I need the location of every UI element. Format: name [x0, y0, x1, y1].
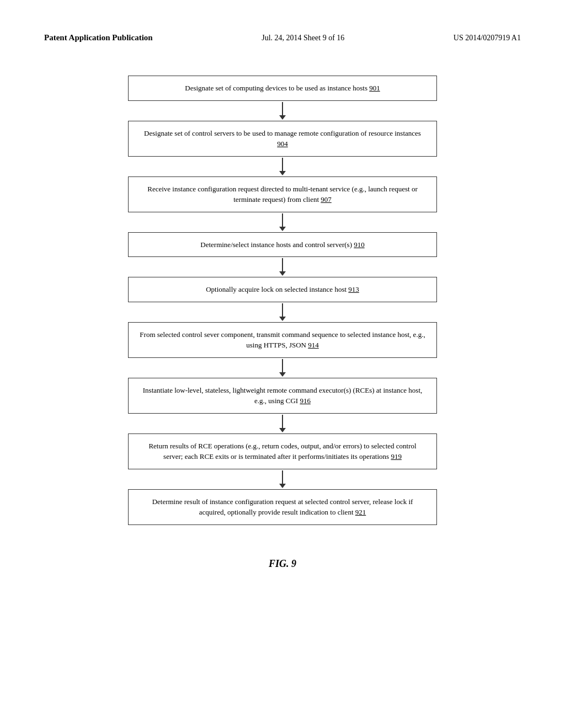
figure-label: FIG. 9	[44, 558, 521, 570]
arrow-904	[279, 157, 286, 176]
flow-box-ref-907: 907	[321, 195, 332, 204]
flow-box-ref-919: 919	[391, 452, 402, 461]
arrow-head	[279, 428, 286, 432]
flow-box-914: From selected control sever component, t…	[128, 322, 437, 358]
arrow-910	[279, 257, 286, 277]
arrow-914	[279, 358, 286, 378]
arrow-907	[279, 212, 286, 232]
flow-box-919: Return results of RCE operations (e.g., …	[128, 433, 437, 469]
flow-box-ref-914: 914	[308, 341, 319, 349]
flow-box-ref-901: 901	[369, 84, 380, 92]
flow-box-901: Designate set of computing devices to be…	[128, 76, 437, 101]
arrow-919	[279, 469, 286, 489]
flow-box-text-921: Determine result of instance configurati…	[152, 497, 413, 517]
flow-box-921: Determine result of instance configurati…	[128, 489, 437, 525]
arrow-head	[279, 115, 286, 120]
flow-box-text-919: Return results of RCE operations (e.g., …	[148, 442, 416, 461]
flow-box-text-913: Optionally acquire lock on selected inst…	[206, 285, 348, 293]
arrow-head	[279, 171, 286, 175]
header-patent-number: US 2014/0207919 A1	[454, 34, 521, 42]
arrow-head	[279, 372, 286, 377]
arrow-916	[279, 414, 286, 433]
flow-box-ref-910: 910	[354, 240, 365, 249]
flow-box-904: Designate set of control servers to be u…	[128, 121, 437, 157]
page: Patent Application Publication Jul. 24, …	[0, 0, 565, 728]
arrow-line	[282, 158, 283, 171]
flow-box-ref-913: 913	[348, 285, 359, 293]
arrow-line	[282, 213, 283, 227]
header-publication-label: Patent Application Publication	[44, 33, 153, 42]
header-date-sheet: Jul. 24, 2014 Sheet 9 of 16	[262, 34, 344, 42]
flow-box-913: Optionally acquire lock on selected inst…	[128, 277, 437, 302]
flow-box-ref-904: 904	[277, 140, 288, 148]
arrow-head	[279, 227, 286, 231]
arrow-913	[279, 302, 286, 322]
flow-box-text-904: Designate set of control servers to be u…	[144, 129, 421, 137]
flow-box-text-907: Receive instance configuration request d…	[147, 185, 417, 204]
page-header: Patent Application Publication Jul. 24, …	[44, 33, 521, 42]
arrow-901	[279, 101, 286, 121]
flow-box-ref-916: 916	[300, 397, 311, 405]
flow-box-text-910: Determine/select instance hosts and cont…	[200, 240, 354, 249]
flow-box-text-916: Instantiate low-level, stateless, lightw…	[143, 386, 423, 405]
arrow-line	[282, 258, 283, 271]
flow-box-text-901: Designate set of computing devices to be…	[185, 84, 369, 92]
arrow-line	[282, 303, 283, 317]
arrow-line	[282, 102, 283, 115]
flow-box-916: Instantiate low-level, stateless, lightw…	[128, 378, 437, 414]
arrow-line	[282, 470, 283, 484]
arrow-head	[279, 484, 286, 488]
flowchart: Designate set of computing devices to be…	[44, 76, 521, 525]
flow-box-907: Receive instance configuration request d…	[128, 176, 437, 212]
arrow-head	[279, 271, 286, 276]
arrow-head	[279, 317, 286, 321]
flow-box-910: Determine/select instance hosts and cont…	[128, 232, 437, 258]
arrow-line	[282, 415, 283, 428]
flow-box-ref-921: 921	[355, 508, 366, 516]
flow-box-text-914: From selected control sever component, t…	[140, 330, 425, 350]
arrow-line	[282, 359, 283, 372]
